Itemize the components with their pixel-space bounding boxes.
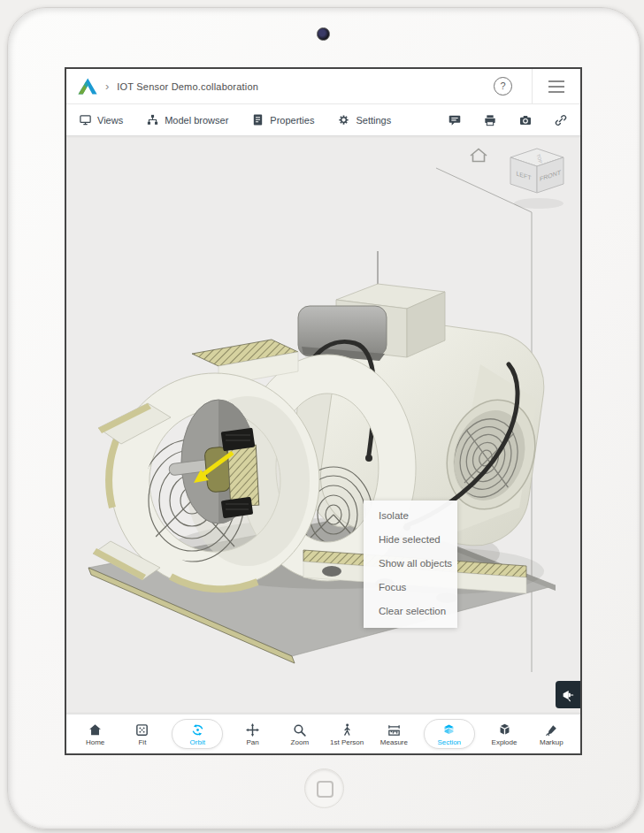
megaphone-icon [561, 688, 575, 702]
dock-button-home[interactable]: Home [78, 722, 113, 746]
viewport-3d[interactable]: LEFT FRONT TOP Isolate Hide selected Sho… [66, 136, 580, 753]
link-icon[interactable] [554, 113, 568, 127]
camera-icon[interactable] [518, 113, 533, 127]
home-button-glyph [317, 781, 334, 798]
dock-button-markup[interactable]: Markup [533, 722, 569, 746]
viewer-toolbar: Views Model browser Properties [66, 104, 580, 136]
dock-button-measure[interactable]: Measure [376, 722, 411, 746]
context-menu: Isolate Hide selected Show all objects F… [364, 501, 457, 628]
dock-button-fit[interactable]: Fit [125, 722, 160, 746]
display-icon [79, 113, 92, 126]
screenshot-stage: › IOT Sensor Demo.collaboration ? Views [0, 0, 644, 833]
toolbar-item-views[interactable]: Views [79, 113, 123, 126]
app-screen: › IOT Sensor Demo.collaboration ? Views [65, 67, 582, 755]
dock-button-pan[interactable]: Pan [235, 722, 271, 746]
help-icon[interactable]: ? [494, 77, 512, 96]
toolbar-item-model-browser[interactable]: Model browser [146, 113, 228, 126]
app-header: › IOT Sensor Demo.collaboration ? [66, 69, 580, 104]
print-icon[interactable] [483, 113, 497, 127]
tablet-home-button[interactable] [304, 768, 344, 808]
announcement-button[interactable] [556, 681, 580, 708]
view-cube[interactable]: LEFT FRONT TOP [510, 149, 564, 209]
dock-button-first-person[interactable]: 1st Person [329, 722, 364, 746]
comment-icon[interactable] [448, 113, 462, 127]
context-menu-item-clear-selection[interactable]: Clear selection [364, 600, 457, 623]
gear-icon [337, 113, 350, 126]
breadcrumb-chevron: › [105, 80, 109, 93]
model-scene[interactable]: LEFT FRONT TOP [66, 136, 580, 753]
dock-button-orbit[interactable]: Orbit [172, 719, 223, 749]
dock-button-section[interactable]: Section [424, 719, 475, 749]
toolbar-item-properties[interactable]: Properties [251, 113, 314, 126]
dock-button-zoom[interactable]: Zoom [282, 722, 318, 746]
dock-button-explode[interactable]: Explode [487, 722, 522, 746]
context-menu-item-focus[interactable]: Focus [364, 576, 457, 600]
document-title: IOT Sensor Demo.collaboration [117, 81, 258, 92]
context-menu-item-hide-selected[interactable]: Hide selected [364, 528, 457, 552]
document-icon [251, 113, 264, 126]
context-menu-item-show-all-objects[interactable]: Show all objects [364, 552, 457, 576]
tablet-camera [317, 27, 330, 41]
viewcube-home-icon[interactable] [471, 149, 487, 162]
navigation-dock: Home Fit [66, 714, 580, 753]
autodesk-logo[interactable] [78, 78, 97, 95]
toolbar-item-settings[interactable]: Settings [337, 113, 391, 126]
tree-icon [146, 113, 159, 126]
context-menu-item-isolate[interactable]: Isolate [364, 504, 457, 528]
menu-icon[interactable] [533, 80, 580, 93]
junction-box[interactable] [298, 251, 445, 361]
